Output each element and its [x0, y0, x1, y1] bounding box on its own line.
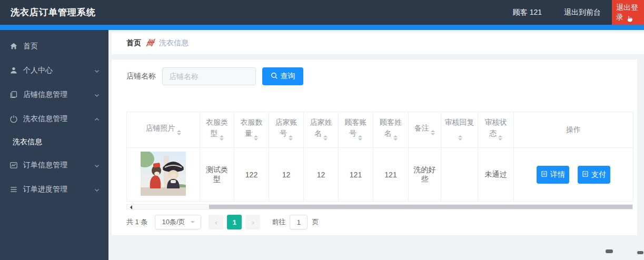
sort-icon[interactable] — [431, 128, 435, 137]
col-clothes-type[interactable]: 衣服类型 — [200, 112, 234, 148]
copy-document-icon — [9, 91, 18, 99]
sidebar-item-order-info[interactable]: 订单信息管理 — [0, 153, 108, 177]
page-size-select[interactable]: 10条/页 — [155, 215, 201, 229]
sort-icon[interactable] — [177, 128, 181, 137]
sidebar-subitem-label: 洗衣信息 — [13, 137, 42, 147]
prev-page-button[interactable]: ‹ — [209, 215, 223, 229]
col-remark[interactable]: 备注 — [409, 112, 441, 148]
cell-shop-name: 12 — [304, 148, 339, 202]
scrollbar-left-arrow-icon[interactable] — [128, 205, 132, 209]
scrollbar-thumb[interactable] — [209, 205, 632, 209]
cell-remark: 洗的好些 — [409, 148, 441, 202]
col-audit-status[interactable]: 审核状态 — [478, 112, 514, 148]
power-icon — [9, 115, 18, 123]
chevron-left-icon: ‹ — [215, 218, 217, 226]
breadcrumb-separator-icon: 卌 — [145, 38, 155, 48]
cell-customer-account: 121 — [339, 148, 373, 202]
table-row: 测试类型 122 12 12 121 121 洗的好些 未通过 — [127, 148, 633, 202]
cell-shop-account: 12 — [269, 148, 304, 202]
shop-photo[interactable] — [141, 152, 186, 196]
page-size-value: 10条/页 — [162, 217, 185, 227]
sidebar-item-label: 订单信息管理 — [23, 161, 67, 170]
col-customer-account[interactable]: 顾客账号 — [339, 112, 373, 148]
breadcrumb: 首页 卌 洗衣信息 — [112, 32, 644, 54]
operation-list-icon — [9, 185, 18, 194]
laundry-table: 店铺照片 衣服类型 衣服数量 店家账号 店家姓名 顾客账号 顾客姓名 备注 审核… — [126, 112, 633, 202]
hand-cursor-icon — [626, 15, 632, 24]
sidebar-item-laundry-info[interactable]: 洗衣信息管理 — [0, 107, 108, 131]
document-icon — [582, 171, 589, 179]
chevron-down-icon — [94, 92, 100, 100]
document-icon — [541, 171, 548, 179]
chevron-down-icon — [94, 186, 100, 195]
pay-button[interactable]: 支付 — [578, 166, 610, 184]
col-shop-name[interactable]: 店家姓名 — [304, 112, 339, 148]
col-customer-name[interactable]: 顾客姓名 — [373, 112, 409, 148]
goto-page-input[interactable] — [290, 215, 308, 229]
sort-icon[interactable] — [358, 133, 362, 143]
sidebar-item-profile[interactable]: 个人中心 — [0, 58, 108, 83]
nav-exit-front[interactable]: 退出到前台 — [553, 0, 612, 25]
chevron-down-icon — [94, 162, 100, 171]
sort-icon[interactable] — [254, 133, 258, 143]
home-icon — [9, 42, 18, 51]
goto-label: 前往 — [272, 217, 285, 227]
sidebar-item-label: 洗衣信息管理 — [23, 114, 67, 124]
user-icon — [9, 66, 18, 75]
content-card: 店铺名称 查询 店铺照片 衣服类型 — [112, 59, 637, 235]
sidebar-item-label: 个人中心 — [23, 66, 53, 75]
accent-strip — [0, 25, 644, 30]
shop-photo-cell — [127, 148, 200, 202]
sort-icon[interactable] — [498, 133, 502, 143]
pagination-total: 共 1 条 — [126, 217, 147, 227]
search-label: 店铺名称 — [126, 72, 156, 81]
next-page-button[interactable]: › — [245, 215, 260, 229]
sidebar-item-label: 店铺信息管理 — [23, 90, 67, 99]
col-audit-reply[interactable]: 审核回复 — [441, 112, 478, 148]
sidebar: 首页 个人中心 店铺信息管理 洗衣信息管理 — [0, 30, 108, 260]
table-header-row: 店铺照片 衣服类型 衣服数量 店家账号 店家姓名 顾客账号 顾客姓名 备注 审核… — [127, 112, 633, 148]
sort-icon[interactable] — [220, 133, 224, 143]
cell-actions: 详情 支付 — [514, 148, 633, 202]
app-title: 洗衣店订单管理系统 — [0, 6, 96, 18]
sort-icon[interactable] — [393, 133, 398, 143]
cell-clothes-count: 122 — [234, 148, 269, 202]
shop-name-input[interactable] — [162, 67, 256, 85]
breadcrumb-home[interactable]: 首页 — [126, 38, 141, 48]
nav-logout-button[interactable]: 退出登录 — [612, 0, 644, 25]
chevron-down-icon — [94, 67, 100, 76]
sidebar-item-label: 首页 — [23, 42, 38, 51]
sidebar-item-home[interactable]: 首页 — [0, 34, 108, 58]
sort-icon[interactable] — [323, 133, 328, 143]
col-clothes-count[interactable]: 衣服数量 — [234, 112, 269, 148]
detail-button-label: 详情 — [550, 170, 565, 179]
sort-icon[interactable] — [289, 133, 293, 143]
query-button-label: 查询 — [281, 72, 295, 81]
cell-audit-reply — [441, 148, 478, 202]
goto-unit: 页 — [312, 217, 319, 227]
col-actions: 操作 — [514, 112, 633, 148]
query-button[interactable]: 查询 — [262, 67, 303, 85]
pagination: 共 1 条 10条/页 ‹ 1 › 前往 页 — [126, 215, 637, 229]
cell-clothes-type: 测试类型 — [200, 148, 234, 202]
col-shop-account[interactable]: 店家账号 — [269, 112, 304, 148]
pay-button-label: 支付 — [591, 170, 606, 179]
search-row: 店铺名称 查询 — [126, 67, 637, 85]
col-shop-photo[interactable]: 店铺照片 — [127, 112, 200, 148]
nav-customer[interactable]: 顾客 121 — [502, 0, 553, 25]
trend-chart-icon — [9, 161, 18, 169]
sidebar-subitem-laundry-info[interactable]: 洗衣信息 — [0, 131, 108, 153]
detail-button[interactable]: 详情 — [537, 166, 569, 184]
sort-icon[interactable] — [458, 133, 462, 143]
chevron-down-icon — [191, 221, 195, 225]
breadcrumb-current: 洗衣信息 — [159, 38, 189, 48]
current-page-button[interactable]: 1 — [227, 215, 242, 229]
sidebar-item-shop-info[interactable]: 店铺信息管理 — [0, 83, 108, 107]
cell-customer-name: 121 — [373, 148, 409, 202]
cell-audit-status: 未通过 — [478, 148, 514, 202]
horizontal-scrollbar[interactable] — [126, 204, 633, 209]
sidebar-item-order-progress[interactable]: 订单进度管理 — [0, 177, 108, 202]
sidebar-item-label: 订单进度管理 — [23, 185, 67, 194]
chevron-up-icon — [94, 116, 100, 124]
search-icon — [271, 72, 278, 81]
